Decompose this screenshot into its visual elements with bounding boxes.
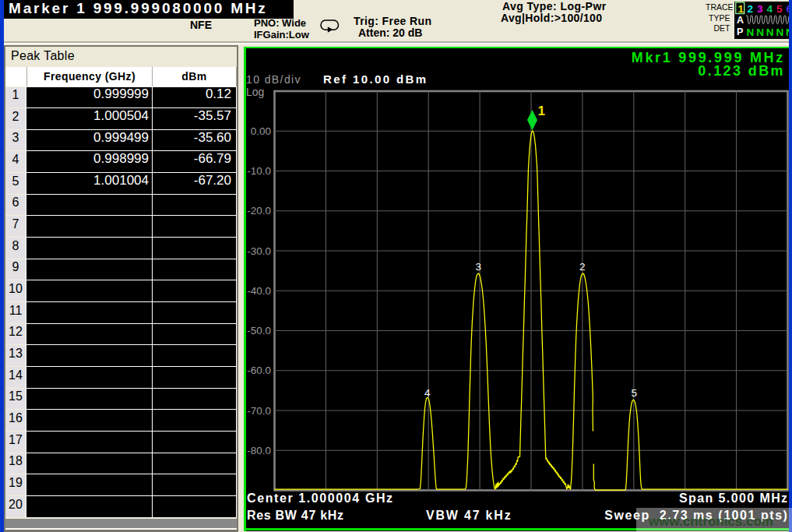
svg-text:P: P — [737, 26, 743, 37]
svg-text:-50.0: -50.0 — [247, 325, 271, 336]
svg-text:-20.0: -20.0 — [247, 205, 271, 217]
svg-text:-60.0: -60.0 — [247, 365, 271, 376]
svg-text:2: 2 — [579, 261, 586, 273]
svg-text:-70.0: -70.0 — [247, 404, 271, 416]
svg-text:-10.0: -10.0 — [247, 165, 271, 177]
svg-text:3: 3 — [757, 3, 763, 15]
svg-text:4: 4 — [766, 3, 773, 15]
svg-text:A: A — [737, 15, 744, 26]
svg-text:NNNNN: NNNNN — [746, 26, 792, 38]
svg-text:1: 1 — [538, 104, 545, 118]
svg-text:4: 4 — [424, 386, 431, 398]
svg-text:0.00: 0.00 — [251, 125, 271, 136]
svg-text:5: 5 — [776, 3, 783, 15]
svg-text:2: 2 — [747, 3, 753, 15]
svg-text:1: 1 — [737, 3, 744, 15]
svg-text:5: 5 — [632, 386, 638, 398]
svg-text:-30.0: -30.0 — [247, 245, 271, 256]
svg-text:3: 3 — [476, 261, 482, 273]
svg-text:-40.0: -40.0 — [247, 284, 271, 296]
svg-text:-80.0: -80.0 — [247, 444, 271, 456]
